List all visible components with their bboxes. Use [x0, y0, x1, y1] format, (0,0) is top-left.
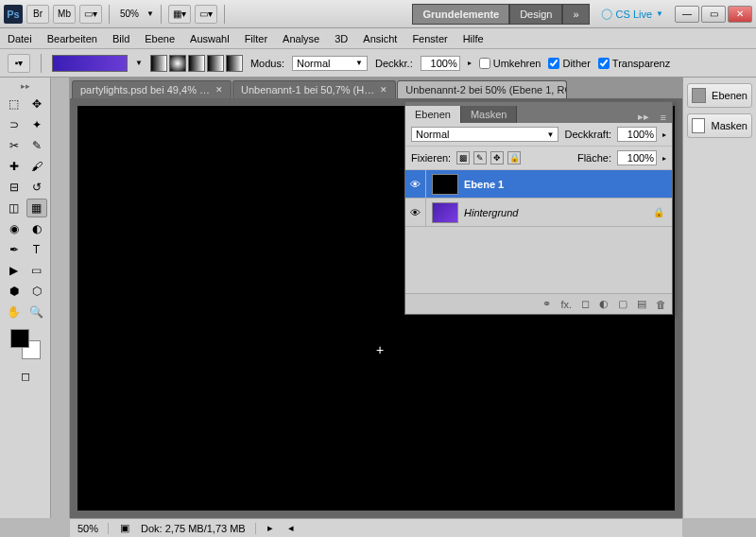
eyedropper-tool[interactable]: ✎ — [26, 136, 47, 155]
status-flyout-icon[interactable]: ▸ — [267, 522, 273, 534]
blur-tool[interactable]: ◉ — [4, 219, 25, 238]
history-brush-tool[interactable]: ↺ — [26, 178, 47, 197]
screen-mode-button[interactable]: ▭▾ — [79, 5, 102, 24]
menu-ansicht[interactable]: Ansicht — [363, 33, 397, 44]
path-select-tool[interactable]: ▶ — [4, 261, 25, 280]
layer-mask-icon[interactable]: ◻ — [581, 298, 590, 310]
opacity-flyout-icon[interactable]: ▸ — [662, 130, 666, 139]
layer-name[interactable]: Ebene 1 — [464, 179, 653, 190]
status-docsize[interactable]: Dok: 2,75 MB/1,73 MB — [141, 523, 256, 534]
minibridge-button[interactable]: Mb — [53, 5, 76, 24]
menu-ebene[interactable]: Ebene — [145, 33, 175, 44]
dither-checkbox[interactable]: Dither — [548, 58, 590, 69]
layer-opacity-input[interactable] — [617, 127, 657, 142]
doc-tab-0[interactable]: partylights.psd bei 49,4% …✕ — [72, 80, 232, 98]
3d-tool[interactable]: ⬢ — [4, 282, 25, 301]
color-swatches[interactable] — [10, 329, 41, 359]
scroll-left-icon[interactable]: ◂ — [288, 522, 294, 534]
layer-row[interactable]: 👁 Ebene 1 — [405, 170, 672, 199]
eraser-tool[interactable]: ◫ — [4, 199, 25, 217]
close-button[interactable]: ✕ — [728, 6, 752, 23]
panel-collapse-icon[interactable]: ▸▸ — [632, 111, 655, 123]
panel-tab-masken[interactable]: Masken — [461, 106, 518, 123]
close-icon[interactable]: ✕ — [215, 85, 223, 95]
gradient-diamond[interactable] — [226, 55, 243, 72]
transparency-checkbox[interactable]: Transparenz — [598, 58, 670, 69]
brush-tool[interactable]: 🖌 — [26, 157, 47, 176]
doc-tab-2[interactable]: Unbenannt-2 bei 50% (Ebene 1, RGB/8) *✕ — [397, 80, 567, 98]
lock-position-icon[interactable]: ✥ — [490, 151, 504, 165]
arrange-button[interactable]: ▦▾ — [168, 5, 191, 24]
layer-group-icon[interactable]: ▢ — [618, 298, 627, 310]
gradient-angle[interactable] — [188, 55, 205, 72]
move-tool[interactable]: ✥ — [26, 95, 47, 113]
gradient-radial[interactable] — [169, 55, 186, 72]
shape-tool[interactable]: ▭ — [26, 261, 47, 280]
marquee-tool[interactable]: ⬚ — [4, 95, 25, 113]
panel-menu-icon[interactable]: ≡ — [655, 112, 672, 123]
quickmask-toggle[interactable]: ◻ — [15, 367, 36, 386]
dodge-tool[interactable]: ◐ — [26, 219, 47, 238]
menu-datei[interactable]: Datei — [8, 33, 32, 44]
mode-select[interactable]: Normal▼ — [292, 56, 368, 71]
layer-name[interactable]: Hintergrund — [464, 207, 653, 218]
layer-row[interactable]: 👁 Hintergrund 🔒 — [405, 199, 672, 227]
menu-hilfe[interactable]: Hilfe — [463, 33, 484, 44]
adjustment-layer-icon[interactable]: ◐ — [599, 298, 609, 310]
doc-tab-1[interactable]: Unbenannt-1 bei 50,7% (H…✕ — [232, 80, 396, 98]
hand-tool[interactable]: ✋ — [4, 303, 25, 321]
menu-bild[interactable]: Bild — [112, 33, 129, 44]
foreground-color[interactable] — [10, 329, 29, 348]
opacity-flyout[interactable]: ▸ — [468, 59, 472, 67]
stamp-tool[interactable]: ⊟ — [4, 178, 25, 197]
panel-tab-ebenen[interactable]: Ebenen — [405, 106, 461, 123]
delete-layer-icon[interactable]: 🗑 — [656, 299, 666, 310]
status-doc-icon[interactable]: ▣ — [120, 522, 129, 534]
bridge-button[interactable]: Br — [26, 5, 49, 24]
lock-pixels-icon[interactable]: ✎ — [473, 151, 487, 165]
visibility-toggle[interactable]: 👁 — [405, 199, 426, 226]
close-icon[interactable]: ✕ — [380, 85, 387, 95]
menu-fenster[interactable]: Fenster — [412, 33, 447, 44]
3d-camera-tool[interactable]: ⬡ — [26, 282, 47, 301]
workspace-tab-design[interactable]: Design — [509, 4, 562, 25]
layer-fx-icon[interactable]: fx. — [560, 299, 572, 310]
menu-analyse[interactable]: Analyse — [283, 33, 319, 44]
heal-tool[interactable]: ✚ — [4, 157, 25, 176]
workspace-more[interactable]: » — [562, 4, 589, 25]
menu-auswahl[interactable]: Auswahl — [190, 33, 230, 44]
maximize-button[interactable]: ▭ — [701, 6, 726, 23]
layer-thumbnail[interactable] — [432, 202, 458, 223]
collapse-icon[interactable]: ▸▸ — [21, 81, 30, 91]
reverse-checkbox[interactable]: Umkehren — [479, 58, 541, 69]
layer-thumbnail[interactable] — [432, 174, 458, 195]
gradient-linear[interactable] — [150, 55, 167, 72]
gradient-picker[interactable] — [52, 55, 128, 72]
minimize-button[interactable]: — — [675, 6, 699, 23]
dock-ebenen-button[interactable]: Ebenen — [687, 83, 752, 108]
new-layer-icon[interactable]: ▤ — [637, 298, 646, 310]
opacity-input[interactable] — [421, 56, 460, 71]
status-zoom[interactable]: 50% — [77, 523, 109, 534]
lock-transparency-icon[interactable]: ▩ — [456, 151, 470, 165]
lasso-tool[interactable]: ⊃ — [4, 115, 25, 134]
fill-flyout-icon[interactable]: ▸ — [662, 154, 666, 163]
extras-button[interactable]: ▭▾ — [195, 5, 217, 24]
workspace-tab-grundelemente[interactable]: Grundelemente — [412, 4, 509, 25]
gradient-reflected[interactable] — [207, 55, 224, 72]
fill-input[interactable] — [617, 150, 657, 165]
wand-tool[interactable]: ✦ — [26, 115, 47, 134]
gradient-tool[interactable]: ▦ — [26, 199, 47, 217]
visibility-toggle[interactable]: 👁 — [405, 170, 426, 198]
link-layers-icon[interactable]: ⚭ — [542, 298, 551, 310]
pen-tool[interactable]: ✒ — [4, 240, 25, 259]
tool-preset-picker[interactable]: ▪▾ — [8, 54, 30, 73]
menu-bearbeiten[interactable]: Bearbeiten — [47, 33, 97, 44]
menu-3d[interactable]: 3D — [335, 33, 348, 44]
lock-all-icon[interactable]: 🔒 — [507, 151, 521, 165]
blend-mode-select[interactable]: Normal▼ — [411, 127, 558, 142]
cs-live-button[interactable]: CS Live ▼ — [601, 8, 663, 20]
zoom-tool[interactable]: 🔍 — [26, 303, 47, 321]
type-tool[interactable]: T — [26, 240, 47, 259]
zoom-level[interactable]: 50% — [116, 5, 143, 24]
